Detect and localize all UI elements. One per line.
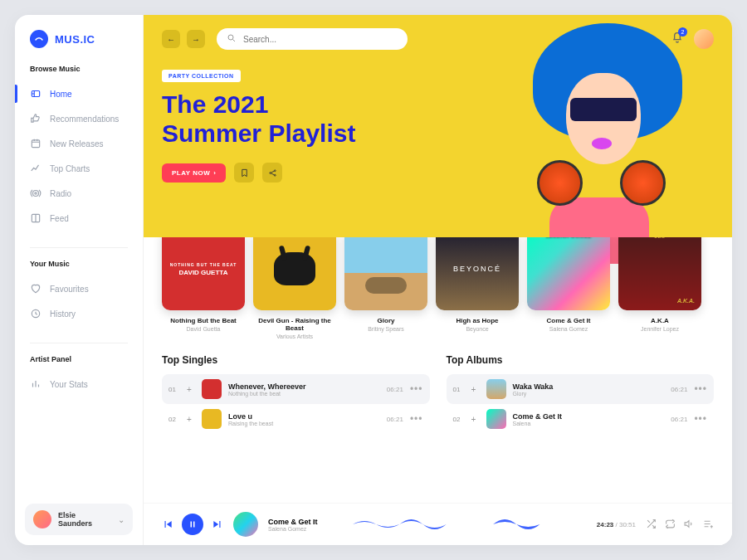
nav-label: Favourites [50,285,89,294]
svg-point-7 [270,172,271,173]
sidebar-item-favourites[interactable]: Favourites [15,276,143,301]
nav-label: Top Charts [50,164,90,173]
shuffle-button[interactable] [646,519,657,531]
lists-row: Top Singles 01 + Whenever, Whereever Not… [162,343,714,434]
track-row[interactable]: 01 + Whenever, Whereever Nothing but the… [162,374,430,404]
search-box[interactable] [217,28,408,50]
album-artist: David Guetta [162,326,245,332]
divider [30,247,128,248]
nav-label: Your Stats [50,380,88,389]
album-card[interactable]: JLoA.K.A. A.K.A Jennifer Lopez [618,237,701,339]
now-playing-title: Come & Get It [268,518,343,526]
back-button[interactable]: ← [162,30,180,48]
queue-button[interactable] [703,519,714,531]
album-card[interactable]: BEYONCÉ High as Hope Beyonce [436,237,519,339]
track-row[interactable]: 01 + Waka Waka Glory 06:21 ••• [447,374,715,404]
more-button[interactable]: ••• [410,413,423,425]
prev-button[interactable] [162,519,173,530]
svg-rect-1 [32,140,39,148]
hero: ← → 2 PARTY COLLECTION The 2021 Summer [144,15,732,237]
album-cover [344,237,427,310]
svg-point-8 [274,169,276,171]
track-info: Come & Get It Salena [513,412,665,426]
app-window: MUS.IC Browse Music Home Recommendations… [15,15,732,545]
top-singles-column: Top Singles 01 + Whenever, Whereever Not… [162,343,430,434]
track-row[interactable]: 02 + Come & Get It Salena 06:21 ••• [447,404,715,434]
track-cover [202,379,222,399]
track-number: 02 [168,416,180,423]
nav-label: Home [50,90,72,99]
album-card[interactable]: Glory Britiny Spears [344,237,427,339]
track-duration: 06:21 [387,386,403,393]
sidebar-item-radio[interactable]: Radio [15,181,143,206]
forward-button[interactable]: → [187,30,205,48]
sidebar-item-history[interactable]: History [15,301,143,326]
user-card[interactable]: Elsie Saunders ⌄ [25,504,133,535]
stats-icon [30,378,42,390]
add-button[interactable]: + [471,385,480,394]
logo[interactable]: MUS.IC [15,30,143,65]
play-now-button[interactable]: PLAY NOW › [162,163,226,183]
sidebar-item-top-charts[interactable]: Top Charts [15,156,143,181]
next-button[interactable] [212,519,223,530]
album-artist: Salena Gomez [527,326,610,332]
album-cover: SELENA GOMEZ [527,237,610,310]
more-button[interactable]: ••• [694,413,707,425]
svg-rect-10 [191,522,193,528]
bookmark-button[interactable] [234,163,254,183]
search-icon [227,32,237,46]
track-duration: 06:21 [671,416,687,423]
album-cover [253,237,336,310]
waveform[interactable] [353,513,587,536]
track-cover [486,379,506,399]
album-artist: Beyonce [436,326,519,332]
now-playing-cover [233,512,258,537]
album-card[interactable]: NOTHING BUT THE BEATDAVID GUETTA Nothing… [162,237,245,339]
track-number: 01 [168,386,180,393]
sidebar-item-recommendations[interactable]: Recommendations [15,106,143,131]
add-button[interactable]: + [187,415,195,424]
album-artist: Jennifer Lopez [618,326,701,332]
track-number: 02 [453,416,465,423]
thumb-icon [30,113,42,124]
nav-section-title: Your Music [15,260,143,276]
more-button[interactable]: ••• [694,383,707,395]
nav-section-browse: Browse Music Home Recommendations New Re… [15,65,143,242]
player-controls [162,514,223,535]
top-albums-column: Top Albums 01 + Waka Waka Glory 06:21 ••… [447,343,715,434]
player-bar: Come & Get It Salena Gomez 24:23 / 30:51 [144,503,732,545]
sidebar-item-new-releases[interactable]: New Releases [15,131,143,156]
track-row[interactable]: 02 + Love u Raising the beast 06:21 ••• [162,404,430,434]
pause-button[interactable] [182,514,203,535]
album-card[interactable]: SELENA GOMEZ Come & Get It Salena Gomez [527,237,610,339]
history-icon [30,308,42,319]
radio-icon [30,187,42,199]
volume-button[interactable] [684,519,695,531]
repeat-button[interactable] [665,519,676,531]
track-info: Waka Waka Glory [513,382,665,397]
nav-section-artist: Artist Panel Your Stats [15,355,143,408]
logo-icon [30,30,48,48]
player-time: 24:23 / 30:51 [597,521,636,528]
nav-section-your-music: Your Music Favourites History [15,260,143,338]
share-button[interactable] [262,163,282,183]
main-content: ← → 2 PARTY COLLECTION The 2021 Summer [144,15,732,545]
track-subtitle: Glory [513,391,665,397]
sidebar-item-feed[interactable]: Feed [15,206,143,231]
feed-icon [30,212,42,224]
nav-label: Feed [50,214,69,223]
sidebar-item-stats[interactable]: Your Stats [15,372,143,397]
add-button[interactable]: + [187,385,195,394]
player-right-controls [646,519,714,531]
album-card[interactable]: Devil Gun - Raising the Beast Various Ar… [253,237,336,339]
home-icon [30,88,42,100]
more-button[interactable]: ••• [410,383,423,395]
track-title: Waka Waka [513,382,665,391]
add-button[interactable]: + [471,415,480,424]
nav-label: History [50,309,76,319]
album-cover: JLoA.K.A. [618,237,701,310]
sidebar-item-home[interactable]: Home [15,81,143,106]
track-duration: 06:21 [671,386,687,393]
search-input[interactable] [243,35,398,44]
divider [30,343,128,343]
